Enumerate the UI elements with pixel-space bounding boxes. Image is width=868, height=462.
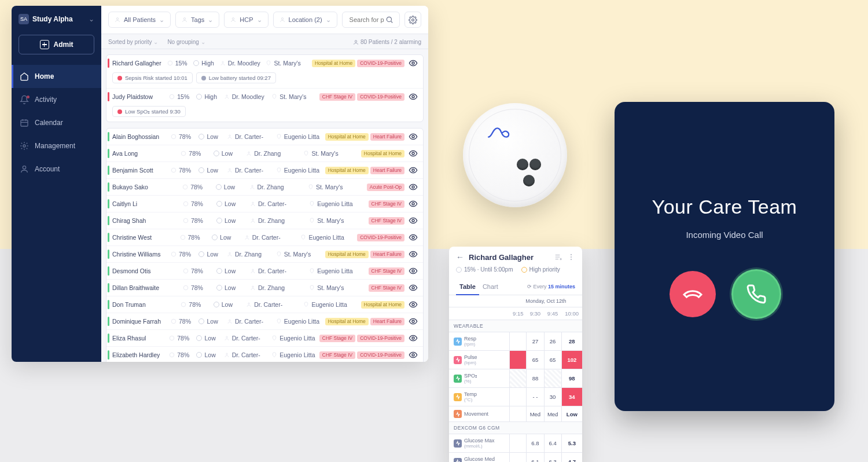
svg-point-3 bbox=[116, 18, 118, 20]
view-icon[interactable] bbox=[409, 182, 418, 192]
location-cell: Eugenio Litta bbox=[271, 351, 317, 358]
filter-all-patients[interactable]: All Patients⌄ bbox=[108, 12, 171, 28]
settings-button[interactable] bbox=[404, 12, 421, 28]
view-icon[interactable] bbox=[409, 250, 418, 259]
tags: Hospital at Home bbox=[361, 150, 404, 157]
tags: CHF Stage IV bbox=[369, 217, 404, 225]
tab-table[interactable]: Table bbox=[456, 278, 479, 295]
view-icon[interactable] bbox=[409, 58, 418, 68]
filter-tags[interactable]: Tags⌄ bbox=[175, 12, 219, 28]
monitor-cell: 78% bbox=[169, 351, 194, 358]
view-icon[interactable] bbox=[409, 149, 418, 158]
accept-call-button[interactable] bbox=[733, 271, 779, 317]
vital-value: 6.1 bbox=[527, 453, 544, 463]
patient-row[interactable]: Alain Boghossian 78% Low Dr. Carter- Eug… bbox=[106, 129, 423, 145]
sidebar-item-activity[interactable]: Activity bbox=[12, 88, 101, 111]
group-by[interactable]: No grouping ⌄ bbox=[167, 39, 205, 45]
patient-row[interactable]: Benjamin Scott 78% Low Dr. Carter- Eugen… bbox=[106, 162, 423, 179]
view-icon[interactable] bbox=[409, 132, 418, 141]
patient-name: Dillan Braithwaite bbox=[112, 284, 181, 291]
svg-point-11 bbox=[222, 61, 224, 63]
svg-point-21 bbox=[412, 152, 414, 155]
vital-value bbox=[510, 453, 527, 463]
vital-row: Pulse(bpm)6565102 bbox=[449, 351, 582, 369]
study-switcher[interactable]: SA Study Alpha ⌄ bbox=[12, 6, 101, 32]
add-list-icon[interactable] bbox=[554, 253, 562, 261]
patient-row[interactable]: Dominique Farrah 78% Low Dr. Carter- Eug… bbox=[106, 313, 423, 330]
patient-row[interactable]: Elizabeth Hardley 78% Low Dr. Carter- Eu… bbox=[106, 347, 423, 362]
priority-cell: Low bbox=[216, 184, 247, 190]
tab-chart[interactable]: Chart bbox=[479, 278, 502, 295]
alert-chip[interactable]: Sepsis Risk started 10:01 bbox=[112, 72, 193, 83]
person-icon bbox=[227, 167, 233, 173]
monitor-icon bbox=[181, 302, 186, 307]
patient-row[interactable]: Judy Plaidstow 15% High Dr. Moodley St. … bbox=[106, 89, 423, 122]
patient-name: Richard Gallagher bbox=[112, 60, 165, 67]
svg-point-32 bbox=[252, 219, 254, 221]
monitor-icon bbox=[169, 335, 175, 341]
sidebar-item-account[interactable]: Account bbox=[12, 157, 101, 181]
vital-value bbox=[510, 388, 527, 406]
search-input[interactable] bbox=[348, 16, 385, 24]
view-icon[interactable] bbox=[409, 283, 418, 292]
patient-row[interactable]: Christine West 78% Low Dr. Carter- Eugen… bbox=[106, 229, 423, 246]
priority-icon bbox=[212, 234, 218, 240]
monitor-cell: 15% bbox=[169, 93, 194, 100]
priority-icon bbox=[216, 268, 222, 274]
patient-row[interactable]: Ava Long 78% Low Dr. Zhang St. Mary's Ho… bbox=[106, 145, 423, 162]
kebab-menu-icon[interactable] bbox=[567, 253, 575, 261]
view-icon[interactable] bbox=[409, 233, 418, 242]
filter-hcp[interactable]: HCP⌄ bbox=[224, 12, 268, 28]
view-icon[interactable] bbox=[409, 333, 418, 343]
patient-row[interactable]: Don Truman 78% Low Dr. Carter- Eugenio L… bbox=[106, 296, 423, 313]
location-icon bbox=[276, 134, 282, 140]
patient-row[interactable]: Christine Williams 78% Low Dr. Zhang St.… bbox=[106, 246, 423, 263]
view-icon[interactable] bbox=[409, 166, 418, 175]
view-icon[interactable] bbox=[409, 350, 418, 360]
alert-chip[interactable]: Low battery started 09:27 bbox=[196, 72, 276, 83]
vital-value bbox=[510, 406, 527, 422]
view-icon[interactable] bbox=[409, 199, 418, 208]
svg-point-25 bbox=[183, 185, 187, 189]
view-icon[interactable] bbox=[409, 216, 418, 225]
priority-icon bbox=[193, 60, 199, 66]
svg-point-44 bbox=[252, 286, 254, 288]
sidebar-item-management[interactable]: Management bbox=[12, 134, 101, 157]
admit-button[interactable]: Admit bbox=[19, 35, 94, 54]
monitor-cell: 78% bbox=[180, 234, 210, 241]
patient-row[interactable]: Bukayo Sako 78% Low Dr. Zhang St. Mary's… bbox=[106, 179, 423, 196]
vital-row: Temp(°C)- -3034 bbox=[449, 388, 582, 406]
sort-by[interactable]: Sorted by priority ⌄ bbox=[108, 39, 158, 45]
patient-row[interactable]: Eliza Rhasul 78% Low Dr. Carter- Eugenio… bbox=[106, 330, 423, 347]
patient-list[interactable]: Richard Gallagher 15% High Dr. Moodley S… bbox=[101, 52, 428, 362]
svg-rect-0 bbox=[21, 120, 28, 126]
filter-location-[interactable]: Location (2)⌄ bbox=[273, 12, 337, 28]
patient-row[interactable]: Desmond Otis 78% Low Dr. Carter- Eugenio… bbox=[106, 263, 423, 280]
view-icon[interactable] bbox=[409, 300, 418, 309]
view-icon[interactable] bbox=[409, 317, 418, 326]
sidebar-item-calendar[interactable]: Calendar bbox=[12, 111, 101, 134]
refresh-interval[interactable]: ⟳ Every 15 minutes bbox=[527, 284, 575, 289]
priority-icon bbox=[198, 251, 204, 257]
back-button[interactable]: ← bbox=[456, 252, 464, 262]
svg-point-13 bbox=[170, 94, 175, 99]
tags: Hospital at HomeHeart Failure bbox=[325, 251, 404, 258]
tags: Hospital at Home bbox=[361, 301, 404, 309]
view-icon[interactable] bbox=[409, 266, 418, 276]
search-input-wrap[interactable] bbox=[342, 12, 400, 28]
patient-row[interactable]: Dillan Braithwaite 78% Low Dr. Zhang St.… bbox=[106, 280, 423, 296]
gear-icon bbox=[20, 141, 29, 151]
view-icon[interactable] bbox=[409, 92, 418, 101]
sidebar-item-home[interactable]: Home bbox=[12, 65, 101, 88]
call-title: Your Care Team bbox=[652, 196, 797, 218]
patient-row[interactable]: Richard Gallagher 15% High Dr. Moodley S… bbox=[106, 55, 423, 89]
svg-point-50 bbox=[229, 320, 231, 321]
alert-chip[interactable]: Low SpO₂ started 9:30 bbox=[112, 106, 186, 117]
person-icon bbox=[244, 234, 250, 240]
decline-call-button[interactable] bbox=[670, 271, 716, 317]
svg-point-5 bbox=[233, 18, 234, 20]
monitor-icon bbox=[180, 234, 186, 240]
patient-row[interactable]: Chirag Shah 78% Low Dr. Zhang St. Mary's… bbox=[106, 212, 423, 229]
patient-row[interactable]: Caitlyn Li 78% Low Dr. Carter- Eugenio L… bbox=[106, 196, 423, 212]
hcp-cell: Dr. Moodley bbox=[220, 60, 264, 67]
